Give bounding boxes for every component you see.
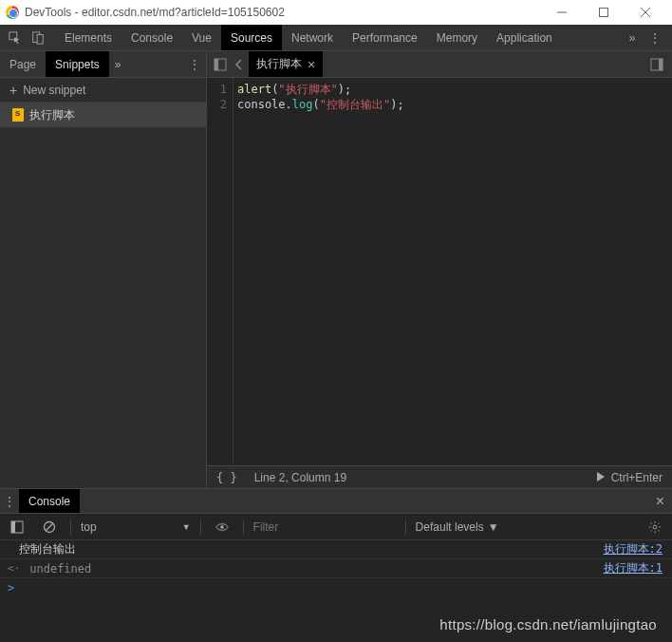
tab-sources[interactable]: Sources — [221, 25, 282, 50]
gear-icon[interactable] — [644, 516, 666, 538]
log-levels-select[interactable]: Default levels ▼ — [416, 520, 499, 534]
editor-tab-label: 执行脚本 — [256, 56, 302, 72]
console-log-row: 控制台输出 执行脚本:2 — [0, 540, 672, 559]
nav-toggle-left-icon[interactable] — [211, 55, 230, 74]
log-source-link[interactable]: 执行脚本:2 — [604, 541, 663, 557]
input-caret-icon: > — [8, 581, 14, 595]
plus-icon: + — [9, 83, 17, 98]
console-input-row[interactable]: > — [0, 578, 672, 597]
new-snippet-label: New snippet — [23, 84, 85, 97]
drawer-close-icon[interactable]: × — [656, 493, 664, 510]
drawer-menu-icon[interactable]: ⋮ — [0, 495, 19, 508]
sidebar-menu-icon[interactable]: ⋮ — [189, 58, 200, 71]
tab-network[interactable]: Network — [282, 25, 343, 50]
context-select[interactable]: top ▼ — [81, 520, 191, 534]
svg-rect-12 — [11, 521, 15, 533]
main-tabs: Elements Console Vue Sources Network Per… — [55, 25, 562, 50]
svg-rect-6 — [37, 34, 43, 44]
run-shortcut[interactable]: Ctrl+Enter — [611, 471, 663, 484]
editor-tab[interactable]: 执行脚本 × — [249, 51, 323, 77]
sidebar-tab-page[interactable]: Page — [0, 51, 46, 77]
drawer-tab-console[interactable]: Console — [19, 489, 80, 513]
chevron-down-icon: ▼ — [488, 520, 499, 534]
cursor-position: Line 2, Column 19 — [254, 471, 346, 484]
line-gutter: 1 2 — [207, 78, 233, 465]
more-tabs-icon[interactable]: » — [621, 27, 644, 49]
chrome-icon — [6, 6, 19, 19]
nav-back-icon[interactable] — [230, 55, 249, 74]
return-caret-icon: <· — [8, 562, 20, 575]
tab-application[interactable]: Application — [487, 25, 562, 50]
svg-rect-8 — [215, 59, 218, 70]
editor-statusbar: { } Line 2, Column 19 Ctrl+Enter — [207, 465, 672, 488]
devtools-header: Elements Console Vue Sources Network Per… — [0, 25, 672, 51]
svg-point-16 — [653, 525, 657, 529]
inspect-icon[interactable] — [4, 27, 27, 49]
snippet-file-icon — [12, 108, 24, 122]
svg-point-15 — [220, 525, 224, 529]
chevron-down-icon: ▼ — [182, 522, 191, 532]
console-drawer: ⋮ Console × top ▼ Default levels ▼ 控制台输出… — [0, 488, 672, 597]
eye-icon[interactable] — [211, 516, 233, 538]
context-label: top — [81, 520, 97, 534]
svg-line-14 — [46, 523, 53, 531]
return-value: undefined — [29, 562, 603, 576]
tab-console[interactable]: Console — [121, 25, 182, 50]
console-sidebar-icon[interactable] — [6, 516, 28, 538]
watermark: https://blog.csdn.net/iamlujingtao — [439, 616, 657, 633]
close-icon[interactable]: × — [308, 57, 315, 72]
snippet-item[interactable]: 执行脚本 — [0, 103, 206, 127]
maximize-button[interactable] — [583, 0, 625, 25]
window-title: DevTools - editor.csdn.net/md?articleId=… — [25, 6, 541, 19]
tab-performance[interactable]: Performance — [343, 25, 427, 50]
tab-elements[interactable]: Elements — [55, 25, 121, 50]
console-return-row: <· undefined 执行脚本:1 — [0, 559, 672, 578]
format-icon[interactable]: { } — [216, 471, 237, 484]
settings-menu-icon[interactable]: ⋮ — [644, 27, 666, 49]
nav-toggle-right-icon[interactable] — [647, 55, 666, 74]
new-snippet-button[interactable]: + New snippet — [0, 78, 206, 103]
snippet-item-label: 执行脚本 — [29, 107, 75, 123]
tab-memory[interactable]: Memory — [427, 25, 487, 50]
code-content[interactable]: alert("执行脚本"); console.log("控制台输出"); — [233, 78, 672, 465]
log-message: 控制台输出 — [19, 541, 604, 557]
sidebar-tab-snippets[interactable]: Snippets — [46, 51, 109, 77]
close-button[interactable] — [625, 0, 666, 25]
log-source-link[interactable]: 执行脚本:1 — [604, 560, 663, 576]
minimize-button[interactable] — [541, 0, 583, 25]
clear-console-icon[interactable] — [38, 516, 61, 538]
svg-rect-1 — [600, 9, 608, 17]
sources-sidebar: Page Snippets » ⋮ + New snippet 执行脚本 — [0, 51, 207, 488]
sidebar-more-icon[interactable]: » — [109, 58, 127, 71]
code-editor[interactable]: 1 2 alert("执行脚本"); console.log("控制台输出"); — [207, 78, 672, 465]
window-titlebar: DevTools - editor.csdn.net/md?articleId=… — [0, 0, 672, 25]
device-icon[interactable] — [27, 27, 49, 49]
play-icon[interactable] — [596, 471, 606, 484]
filter-input[interactable] — [253, 520, 396, 534]
svg-rect-10 — [659, 59, 663, 70]
tab-vue[interactable]: Vue — [182, 25, 221, 50]
console-toolbar: top ▼ Default levels ▼ — [0, 514, 672, 540]
